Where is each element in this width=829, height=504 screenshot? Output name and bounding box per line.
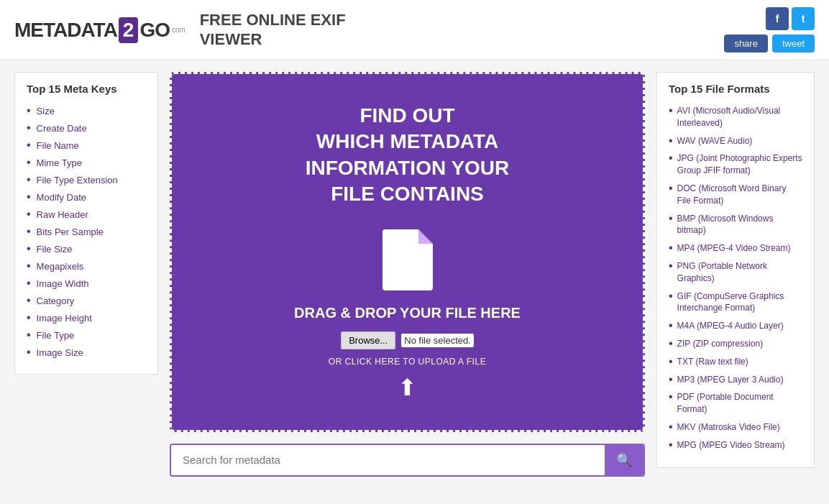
list-item: • GIF (CompuServe Graphics Interchange F… <box>669 290 802 315</box>
meta-key-link[interactable]: Modify Date <box>37 192 86 203</box>
bullet-icon: • <box>669 439 673 451</box>
format-link[interactable]: MP4 (MPEG-4 Video Stream) <box>677 242 791 255</box>
format-link[interactable]: ZIP (ZIP compression) <box>677 338 764 350</box>
list-item: • Megapixels <box>27 260 146 272</box>
file-icon <box>383 229 433 290</box>
bullet-icon: • <box>669 374 673 385</box>
right-sidebar: Top 15 File Formats • AVI (Microsoft Aud… <box>656 72 815 477</box>
bullet-icon: • <box>27 329 31 341</box>
search-button[interactable]: 🔍 <box>605 445 643 475</box>
twitter-icon-button[interactable]: t <box>792 7 815 30</box>
meta-key-link[interactable]: Image Size <box>37 347 83 358</box>
drag-drop-text: DRAG & DROP YOUR FILE HERE <box>294 305 521 321</box>
bullet-icon: • <box>27 105 31 116</box>
meta-key-link[interactable]: File Name <box>37 140 79 151</box>
bullet-icon: • <box>27 347 31 358</box>
format-link[interactable]: WAV (WAVE Audio) <box>677 135 753 147</box>
bullet-icon: • <box>27 191 31 203</box>
list-item: • BMP (Microsoft Windows bitmap) <box>669 213 802 237</box>
upload-icon: ⬆ <box>398 374 417 401</box>
bullet-icon: • <box>669 391 673 403</box>
list-item: • MPG (MPEG Video Stream) <box>669 439 802 452</box>
format-link[interactable]: M4A (MPEG-4 Audio Layer) <box>677 320 784 332</box>
meta-key-link[interactable]: Create Date <box>37 123 87 134</box>
meta-key-link[interactable]: Mime Type <box>37 157 82 168</box>
list-item: • Mime Type <box>27 157 146 168</box>
format-link[interactable]: MPG (MPEG Video Stream) <box>677 439 785 452</box>
list-item: • Image Size <box>27 347 146 358</box>
meta-key-link[interactable]: Megapixels <box>37 261 84 272</box>
facebook-icon-button[interactable]: f <box>766 7 789 30</box>
drop-title-line3: INFORMATION YOUR <box>306 155 510 181</box>
no-file-text: No file selected. <box>401 334 474 347</box>
list-item: • Size <box>27 105 146 116</box>
list-item: • MKV (Matroska Video File) <box>669 421 802 434</box>
browse-button[interactable]: Browse... <box>341 331 395 349</box>
bullet-icon: • <box>669 105 673 116</box>
list-item: • Bits Per Sample <box>27 226 146 237</box>
share-buttons: share tweet <box>724 35 815 52</box>
meta-keys-list: • Size• Create Date• File Name• Mime Typ… <box>27 105 146 358</box>
meta-key-link[interactable]: File Type Extension <box>37 175 118 185</box>
file-formats-box: Top 15 File Formats • AVI (Microsoft Aud… <box>656 72 815 468</box>
main-content: Top 15 Meta Keys • Size• Create Date• Fi… <box>0 60 829 488</box>
format-link[interactable]: BMP (Microsoft Windows bitmap) <box>677 213 802 237</box>
bullet-icon: • <box>27 278 31 289</box>
center-area: FIND OUT WHICH METADATA INFORMATION YOUR… <box>170 72 645 477</box>
meta-keys-box: Top 15 Meta Keys • Size• Create Date• Fi… <box>14 72 158 375</box>
list-item: • PNG (Portable Network Graphics) <box>669 260 802 285</box>
list-item: • TXT (Raw text file) <box>669 356 802 368</box>
list-item: • File Name <box>27 139 146 151</box>
list-item: • Raw Header <box>27 209 146 220</box>
list-item: • DOC (Microsoft Word Binary File Format… <box>669 183 802 207</box>
social-icons: f t <box>766 7 815 30</box>
format-link[interactable]: TXT (Raw text file) <box>677 356 748 368</box>
logo-area: METADATA 2 GO .com FREE ONLINE EXIF VIEW… <box>14 11 346 49</box>
bullet-icon: • <box>669 356 673 367</box>
drop-zone[interactable]: FIND OUT WHICH METADATA INFORMATION YOUR… <box>170 72 645 432</box>
list-item: • Modify Date <box>27 191 146 203</box>
header: METADATA 2 GO .com FREE ONLINE EXIF VIEW… <box>0 0 829 60</box>
list-item: • WAV (WAVE Audio) <box>669 135 802 147</box>
facebook-share-button[interactable]: share <box>724 35 768 52</box>
format-link[interactable]: PNG (Portable Network Graphics) <box>677 260 802 285</box>
meta-key-link[interactable]: Image Width <box>37 278 89 289</box>
list-item: • PDF (Portable Document Format) <box>669 391 802 416</box>
meta-key-link[interactable]: File Size <box>37 244 73 255</box>
logo-number: 2 <box>119 17 139 43</box>
format-link[interactable]: PDF (Portable Document Format) <box>677 391 802 416</box>
format-link[interactable]: MP3 (MPEG Layer 3 Audio) <box>677 374 784 386</box>
bullet-icon: • <box>27 122 31 134</box>
drop-title: FIND OUT WHICH METADATA INFORMATION YOUR… <box>306 103 510 208</box>
bullet-icon: • <box>669 135 673 147</box>
format-link[interactable]: AVI (Microsoft Audio/Visual Interleaved) <box>677 105 802 129</box>
meta-key-link[interactable]: Image Height <box>37 313 92 324</box>
list-item: • File Size <box>27 243 146 255</box>
list-item: • Image Height <box>27 312 146 324</box>
bullet-icon: • <box>669 213 673 224</box>
list-item: • Image Width <box>27 278 146 289</box>
bullet-icon: • <box>27 243 31 255</box>
twitter-share-button[interactable]: tweet <box>772 35 815 52</box>
format-link[interactable]: DOC (Microsoft Word Binary File Format) <box>677 183 802 207</box>
list-item: • AVI (Microsoft Audio/Visual Interleave… <box>669 105 802 129</box>
list-item: • Create Date <box>27 122 146 134</box>
drop-title-line2: WHICH METADATA <box>306 129 510 155</box>
meta-keys-title: Top 15 Meta Keys <box>27 83 146 95</box>
search-input[interactable] <box>171 445 605 475</box>
meta-key-link[interactable]: Raw Header <box>37 209 88 220</box>
list-item: • JPG (Joint Photographic Experts Group … <box>669 152 802 177</box>
bullet-icon: • <box>669 183 673 194</box>
bullet-icon: • <box>27 174 31 185</box>
or-click-text: OR CLICK HERE TO UPLOAD A FILE <box>329 357 486 367</box>
format-link[interactable]: GIF (CompuServe Graphics Interchange For… <box>677 290 802 315</box>
format-link[interactable]: JPG (Joint Photographic Experts Group JF… <box>677 152 802 177</box>
meta-key-link[interactable]: File Type <box>37 330 75 341</box>
logo: METADATA 2 GO .com <box>14 17 186 43</box>
format-link[interactable]: MKV (Matroska Video File) <box>677 421 780 434</box>
meta-key-link[interactable]: Category <box>37 295 75 306</box>
meta-key-link[interactable]: Bits Per Sample <box>37 226 104 237</box>
drop-title-line1: FIND OUT <box>306 103 510 129</box>
search-area: 🔍 <box>170 444 645 477</box>
meta-key-link[interactable]: Size <box>37 106 55 116</box>
